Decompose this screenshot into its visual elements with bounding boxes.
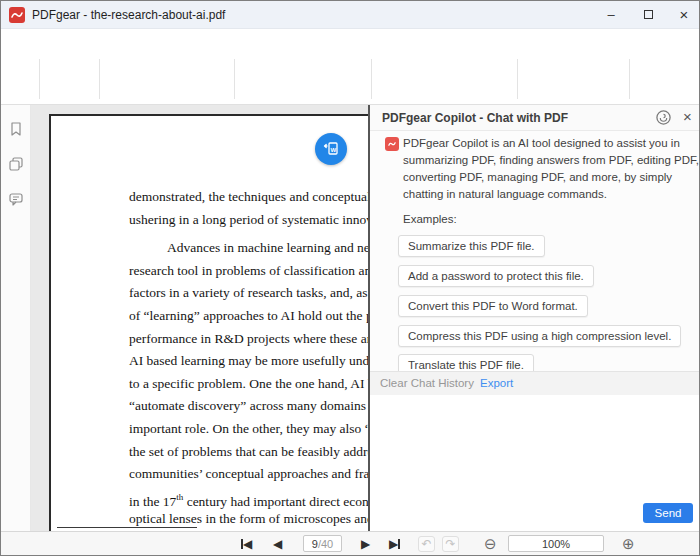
support-button[interactable] (655, 109, 672, 126)
maximize-button[interactable] (633, 1, 663, 28)
copilot-panel-title: PDFgear Copilot - Chat with PDF (382, 111, 568, 125)
doc-line: demonstrated, the techniques and concept… (129, 186, 368, 209)
copilot-panel-header: PDFgear Copilot - Chat with PDF × (370, 105, 700, 131)
chat-actions-bar: Clear Chat History Export (370, 371, 700, 395)
example-convert-word-button[interactable]: Convert this PDF to Word format. (398, 295, 588, 317)
pdf-page-text: demonstrated, the techniques and concept… (129, 186, 368, 531)
doc-line: ushering in a long period of systematic … (129, 209, 368, 232)
doc-line: performance in R&D projects where these … (129, 328, 368, 351)
zoom-in-button-status[interactable]: ⊕ (622, 536, 635, 551)
doc-line: AI based learning may be more usefully u… (129, 350, 368, 373)
next-page-button[interactable]: ▶ (361, 537, 370, 551)
footnote-rule (57, 527, 197, 528)
examples-label: Examples: (403, 213, 457, 225)
doc-line: to a specific problem. One the one hand,… (129, 373, 368, 396)
pages-icon (8, 156, 24, 172)
example-compress-button[interactable]: Compress this PDF using a high compressi… (398, 325, 681, 347)
last-page-button[interactable]: ▶ (389, 537, 400, 551)
doc-line: of “learning” approaches to AI hold out … (129, 305, 368, 328)
last-page-icon (398, 539, 400, 549)
minimize-icon: – (607, 7, 614, 22)
zoom-out-button-status[interactable]: ⊖ (484, 536, 497, 551)
bookmark-icon (8, 121, 24, 137)
convert-to-word-floating-button[interactable]: W (315, 133, 347, 165)
svg-text:W: W (331, 147, 337, 153)
navigation-sidebar (1, 105, 31, 531)
doc-line: research tool in problems of classificat… (129, 260, 368, 283)
clear-chat-history-link[interactable]: Clear Chat History (380, 377, 474, 389)
copilot-avatar-icon (385, 137, 399, 151)
send-button[interactable]: Send (643, 503, 693, 523)
minimize-button[interactable]: – (596, 1, 626, 28)
close-icon: × (680, 6, 689, 23)
example-password-button[interactable]: Add a password to protect this file. (398, 265, 594, 287)
toolbar: Print 100% ▾ ⊖ ⊕ ▣ ⊡ ⊡ ⊡ ↻ ↺ Single Doub… (1, 53, 699, 105)
previous-page-icon: ◀ (273, 537, 282, 551)
first-page-button[interactable]: ◀ (241, 537, 252, 551)
menu-bar: ↶ ↷ Home Annotate Edit Form Page Tools H… (1, 29, 699, 53)
pdfgear-window: PDFgear - the-research-about-ai.pdf – × … (0, 0, 700, 556)
copilot-panel: PDFgear Copilot - Chat with PDF × PDFgea… (370, 105, 700, 531)
zoom-percent-value: 100% (542, 538, 570, 550)
zoom-in-icon: ⊕ (622, 535, 635, 552)
previous-page-button[interactable]: ◀ (273, 537, 282, 551)
next-view-icon: ↷ (445, 537, 455, 551)
zoom-percent-box[interactable]: 100% (508, 535, 604, 552)
thumbnails-panel-button[interactable] (8, 156, 24, 172)
doc-line: Advances in machine learning and neu (129, 237, 368, 260)
comment-icon (8, 191, 24, 207)
comments-panel-button[interactable] (8, 191, 24, 207)
total-pages: /40 (318, 538, 333, 550)
doc-line: the set of problems that can be feasibly… (129, 441, 368, 464)
word-convert-icon: W (321, 139, 341, 159)
maximize-icon (644, 10, 653, 19)
doc-line: in the 17th century had important direct… (129, 486, 368, 509)
doc-line: “automate discovery” across many domains… (129, 395, 368, 418)
close-button[interactable]: × (669, 1, 699, 28)
example-summarize-button[interactable]: Summarize this PDF file. (398, 235, 545, 257)
previous-view-button[interactable]: ↶ (418, 536, 435, 552)
window-title: PDFgear - the-research-about-ai.pdf (32, 8, 225, 22)
doc-line: important role. On the other, they may a… (129, 418, 368, 441)
pdf-page: demonstrated, the techniques and concept… (49, 114, 368, 531)
status-bar: ◀ ◀ 9/40 ▶ ▶ ↶ ↷ ⊖ 100% ⊕ (1, 531, 699, 556)
doc-line: communities’ conceptual approaches and f… (129, 463, 368, 486)
title-bar: PDFgear - the-research-about-ai.pdf – × (1, 1, 699, 29)
bookmarks-panel-button[interactable] (8, 121, 24, 137)
pdfgear-logo-icon (9, 7, 25, 23)
next-view-button[interactable]: ↷ (442, 536, 459, 552)
document-view[interactable]: demonstrated, the techniques and concept… (31, 105, 368, 531)
copilot-intro-message: PDFgear Copilot is an AI tool designed t… (403, 135, 699, 203)
previous-view-icon: ↶ (421, 537, 431, 551)
support-icon (655, 109, 672, 126)
next-page-icon: ▶ (361, 537, 370, 551)
close-icon: × (683, 108, 692, 125)
close-panel-button[interactable]: × (683, 108, 692, 125)
export-link[interactable]: Export (480, 377, 513, 389)
page-number-box[interactable]: 9/40 (303, 535, 342, 552)
zoom-out-icon: ⊖ (484, 535, 497, 552)
doc-line: factors in a variety of research tasks, … (129, 282, 368, 305)
